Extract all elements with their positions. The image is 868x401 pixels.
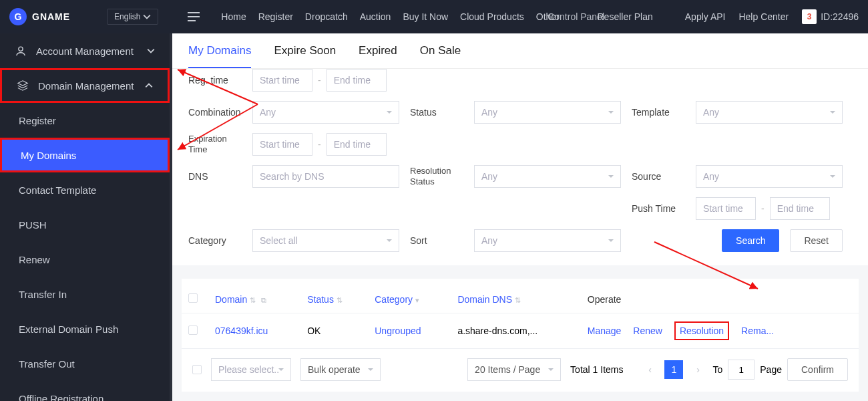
sidebar-item-label: Offline Registration [19,393,103,402]
domain-table-card: Domain⇅ ⧉ Status⇅ Category▾ Domain DNS⇅ … [182,279,859,392]
pager-confirm-button[interactable]: Confirm [787,358,848,381]
row-checkbox[interactable] [188,325,198,335]
footer-checkbox[interactable] [192,365,202,374]
th-dns[interactable]: Domain DNS⇅ [451,285,580,313]
caret-down-icon: ▾ [415,296,419,305]
sidebar-item-label: Transfer Out [19,358,75,370]
sidebar-item-renew[interactable]: Renew [0,242,170,277]
sidebar-item-push[interactable]: PUSH [0,207,170,242]
pager-goto-input[interactable] [728,360,754,380]
reset-button[interactable]: Reset [790,229,843,252]
op-renew[interactable]: Renew [633,325,662,336]
top-header: G GNAME English Home Register Dropcatch … [0,0,868,33]
cell-domain[interactable]: 076439kf.icu [208,313,300,349]
op-manage[interactable]: Manage [588,325,622,336]
tab-expired[interactable]: Expired [359,44,397,68]
pager-to-label: To [712,364,722,375]
filter-label-source: Source [632,171,685,182]
th-domain-label: Domain [215,294,247,305]
sidebar-domain-mgmt[interactable]: Domain Management [0,68,170,103]
sidebar: Account Management Domain Management Reg… [0,33,172,401]
op-resolution[interactable]: Resolution [674,321,729,340]
filter-label-pushtime: Push Time [632,203,685,214]
chevron-down-icon [143,13,151,21]
sidebar-account-mgmt[interactable]: Account Management [0,33,170,68]
nav-cloud[interactable]: Cloud Products [460,11,524,22]
pager-page-label: Page [760,364,782,375]
domain-table: Domain⇅ ⧉ Status⇅ Category▾ Domain DNS⇅ … [182,285,859,349]
pager-current[interactable]: 1 [664,360,683,379]
logo[interactable]: G GNAME [9,8,110,25]
layers-icon [17,80,29,92]
th-category-label: Category [375,294,413,305]
nav-home[interactable]: Home [221,11,246,22]
user-id-block[interactable]: 3 ID:22496 [802,9,859,24]
avatar: 3 [802,9,817,24]
main-content: My Domains Expire Soon Expired On Sale R… [172,33,868,401]
sidebar-item-offline-reg[interactable]: Offline Registration [0,381,170,401]
nav-buyitnow[interactable]: Buy It Now [403,11,448,22]
dns-input[interactable]: Search by DNS [252,165,399,188]
sidebar-item-transfer-out[interactable]: Transfer Out [0,346,170,381]
source-select[interactable]: Any [696,165,843,188]
filter-label-expiration: Expiration Time [188,134,242,154]
sidebar-item-my-domains[interactable]: My Domains [0,138,170,172]
chevron-up-icon [145,82,153,90]
apply-api-link[interactable]: Apply API [685,11,726,22]
dash-icon: - [761,203,765,214]
control-panel-link[interactable]: Control Panel [548,11,604,22]
pushtime-start-input[interactable]: Start time [696,197,756,220]
th-domain[interactable]: Domain⇅ ⧉ [208,285,300,313]
status-select[interactable]: Any [474,101,621,124]
combination-select[interactable]: Any [252,101,399,124]
nav-dropcatch[interactable]: Dropcatch [305,11,348,22]
search-button[interactable]: Search [722,229,779,252]
sidebar-item-contact-template[interactable]: Contact Template [0,172,170,207]
op-remark[interactable]: Rema... [741,325,774,336]
sort-select[interactable]: Any [474,229,621,252]
expiration-start-input[interactable]: Start time [252,133,312,156]
resolution-status-select[interactable]: Any [474,165,621,188]
sidebar-item-external-push[interactable]: External Domain Push [0,311,170,346]
footer-please-select[interactable]: Please select.. [211,358,291,381]
tab-my-domains[interactable]: My Domains [188,44,251,68]
category-select[interactable]: Select all [252,229,399,252]
reseller-link[interactable]: Reseller Plan [598,11,653,22]
sort-icon: ⇅ [515,296,521,305]
footer-per-page[interactable]: 20 Items / Page [467,358,561,381]
template-select[interactable]: Any [696,101,843,124]
th-operate: Operate [581,285,859,313]
table-row: 076439kf.icu OK Ungrouped a.share-dns.co… [182,313,859,349]
expiration-end-input[interactable]: End time [327,133,387,156]
filter-label-sort: Sort [410,235,463,246]
select-all-checkbox[interactable] [188,293,198,303]
menu-toggle-icon[interactable] [188,12,200,21]
sidebar-item-register[interactable]: Register [0,103,170,138]
regtime-range: Start time - End time [252,69,399,92]
sort-icon: ⇅ [337,296,343,305]
pushtime-end-input[interactable]: End time [770,197,830,220]
sidebar-item-transfer-in[interactable]: Transfer In [0,277,170,311]
sidebar-domain-label: Domain Management [38,80,134,92]
filter-label-regtime: Reg. time [188,75,242,86]
sidebar-item-label: My Domains [21,150,76,161]
th-status[interactable]: Status⇅ [300,285,368,313]
top-nav: Home Register Dropcatch Auction Buy It N… [188,11,559,22]
cell-category[interactable]: Ungrouped [368,313,451,349]
language-select[interactable]: English [107,9,158,25]
help-center-link[interactable]: Help Center [738,11,789,22]
tab-expire-soon[interactable]: Expire Soon [274,44,336,68]
operate-actions: Manage Renew Resolution Rema... [588,321,852,340]
tab-on-sale[interactable]: On Sale [420,44,461,68]
pager-prev[interactable]: ‹ [640,360,659,379]
nav-register[interactable]: Register [258,11,293,22]
footer-bulk-operate[interactable]: Bulk operate [300,358,381,381]
filter-label-status: Status [410,107,463,118]
th-category[interactable]: Category▾ [368,285,451,313]
nav-auction[interactable]: Auction [360,11,391,22]
pager-next[interactable]: › [688,360,707,379]
regtime-start-input[interactable]: Start time [252,69,312,92]
regtime-end-input[interactable]: End time [327,69,387,92]
copy-icon[interactable]: ⧉ [261,296,266,305]
pager: ‹ 1 › To Page Confirm [640,358,848,381]
